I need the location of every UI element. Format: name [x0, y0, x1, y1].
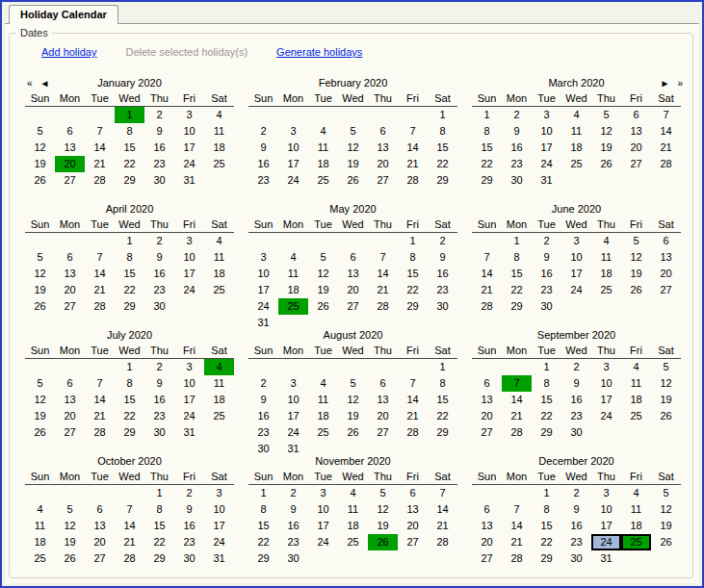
day-cell[interactable]: 20 [472, 534, 502, 550]
day-cell[interactable]: 7 [85, 123, 115, 140]
day-cell[interactable]: 26 [368, 534, 398, 550]
day-cell[interactable]: 26 [25, 424, 55, 441]
day-cell[interactable]: 14 [428, 501, 457, 518]
day-cell[interactable]: 6 [472, 501, 502, 518]
day-cell[interactable]: 11 [204, 123, 234, 140]
day-cell[interactable]: 21 [398, 408, 428, 424]
day-cell[interactable]: 2 [144, 107, 174, 123]
day-cell[interactable]: 15 [428, 392, 457, 408]
day-cell[interactable]: 31 [532, 172, 561, 189]
day-cell[interactable]: 19 [25, 408, 55, 424]
day-cell[interactable]: 5 [55, 501, 85, 518]
day-cell[interactable]: 17 [174, 392, 204, 408]
day-cell[interactable]: 21 [85, 156, 115, 172]
day-cell[interactable]: 31 [174, 172, 204, 189]
day-cell[interactable]: 29 [248, 550, 278, 567]
day-cell[interactable]: 12 [621, 249, 651, 266]
day-cell[interactable]: 28 [502, 550, 532, 567]
day-cell[interactable]: 27 [85, 550, 115, 567]
day-cell[interactable]: 16 [561, 392, 591, 408]
day-cell[interactable]: 13 [55, 392, 85, 408]
day-cell[interactable]: 16 [248, 408, 278, 424]
day-cell[interactable]: 1 [398, 233, 428, 249]
day-cell[interactable]: 21 [85, 408, 115, 424]
day-cell[interactable]: 15 [115, 392, 144, 408]
day-cell[interactable]: 26 [621, 282, 651, 298]
day-cell[interactable]: 16 [428, 266, 457, 282]
day-cell[interactable]: 27 [55, 424, 85, 441]
day-cell[interactable]: 18 [25, 534, 55, 550]
day-cell[interactable]: 2 [144, 359, 174, 375]
day-cell[interactable]: 22 [532, 534, 561, 550]
day-cell[interactable]: 12 [651, 501, 681, 518]
day-cell[interactable]: 1 [115, 233, 144, 249]
day-cell[interactable]: 24 [532, 156, 561, 172]
day-cell[interactable]: 17 [561, 266, 591, 282]
prev-year-button[interactable]: « [27, 77, 33, 89]
day-cell[interactable]: 19 [621, 266, 651, 282]
day-cell[interactable]: 30 [174, 550, 204, 567]
day-cell[interactable]: 25 [338, 534, 368, 550]
day-cell[interactable]: 11 [621, 375, 651, 392]
day-cell[interactable]: 18 [338, 518, 368, 534]
prev-month-button[interactable]: ◄ [40, 77, 50, 89]
day-cell[interactable]: 3 [308, 485, 338, 501]
day-cell[interactable]: 3 [591, 359, 621, 375]
day-cell[interactable]: 5 [338, 375, 368, 392]
day-cell[interactable]: 28 [115, 550, 144, 567]
day-cell[interactable]: 1 [115, 359, 144, 375]
day-cell[interactable]: 2 [561, 359, 591, 375]
day-cell[interactable]: 8 [428, 375, 457, 392]
next-month-button[interactable]: ► [661, 77, 670, 89]
day-cell[interactable]: 28 [398, 424, 428, 441]
day-cell[interactable]: 11 [621, 501, 651, 518]
day-cell[interactable]: 12 [591, 123, 621, 140]
day-cell[interactable]: 12 [338, 392, 368, 408]
day-cell[interactable]: 23 [144, 156, 174, 172]
day-cell[interactable]: 4 [561, 107, 591, 123]
day-cell[interactable]: 16 [278, 518, 308, 534]
day-cell[interactable]: 15 [115, 140, 144, 156]
day-cell[interactable]: 12 [651, 375, 681, 392]
day-cell[interactable]: 1 [428, 359, 457, 375]
day-cell[interactable]: 24 [591, 534, 621, 550]
day-cell[interactable]: 29 [532, 424, 561, 441]
day-cell[interactable]: 18 [591, 266, 621, 282]
day-cell[interactable]: 11 [204, 249, 234, 266]
day-cell[interactable]: 24 [308, 534, 338, 550]
day-cell[interactable]: 13 [368, 392, 398, 408]
day-cell[interactable]: 5 [651, 485, 681, 501]
day-cell[interactable]: 30 [502, 172, 532, 189]
day-cell[interactable]: 25 [621, 534, 651, 550]
day-cell[interactable]: 8 [248, 501, 278, 518]
day-cell[interactable]: 19 [308, 282, 338, 298]
day-cell[interactable]: 10 [561, 249, 591, 266]
day-cell[interactable]: 29 [144, 550, 174, 567]
day-cell[interactable]: 25 [204, 156, 234, 172]
day-cell[interactable]: 27 [398, 534, 428, 550]
day-cell[interactable]: 5 [25, 249, 55, 266]
day-cell[interactable]: 18 [204, 140, 234, 156]
day-cell[interactable]: 29 [532, 550, 561, 567]
day-cell[interactable]: 3 [174, 107, 204, 123]
day-cell[interactable]: 16 [144, 266, 174, 282]
day-cell[interactable]: 19 [651, 392, 681, 408]
day-cell[interactable]: 20 [651, 266, 681, 282]
day-cell[interactable]: 11 [308, 392, 338, 408]
day-cell[interactable]: 19 [338, 408, 368, 424]
day-cell[interactable]: 24 [248, 298, 278, 315]
day-cell[interactable]: 23 [174, 534, 204, 550]
day-cell[interactable]: 21 [472, 282, 502, 298]
day-cell[interactable]: 28 [85, 172, 115, 189]
day-cell[interactable]: 24 [174, 408, 204, 424]
day-cell[interactable]: 29 [428, 424, 457, 441]
day-cell[interactable]: 2 [248, 375, 278, 392]
day-cell[interactable]: 6 [55, 123, 85, 140]
day-cell[interactable]: 25 [561, 156, 591, 172]
day-cell[interactable]: 3 [591, 485, 621, 501]
day-cell[interactable]: 10 [174, 375, 204, 392]
day-cell[interactable]: 31 [174, 424, 204, 441]
day-cell[interactable]: 4 [308, 375, 338, 392]
day-cell[interactable]: 30 [428, 298, 457, 315]
day-cell[interactable]: 7 [85, 249, 115, 266]
